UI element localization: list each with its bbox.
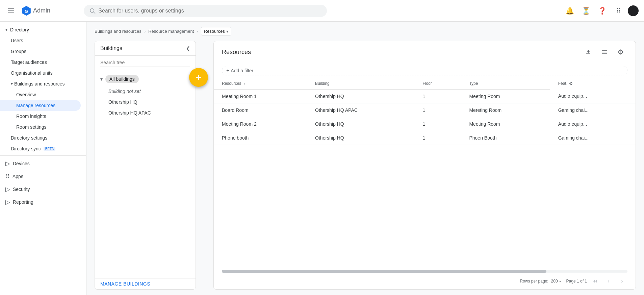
prev-page-button[interactable]: ‹ bbox=[603, 276, 614, 287]
cell-floor: 1 bbox=[414, 117, 461, 131]
breadcrumb-resource-management[interactable]: Resource management bbox=[148, 29, 194, 34]
table-row[interactable]: Meeting Room 2 Othership HQ 1 Meeting Ro… bbox=[214, 117, 636, 131]
search-input[interactable] bbox=[98, 8, 321, 14]
othership-hq-item[interactable]: Othership HQ bbox=[95, 97, 196, 107]
breadcrumb-sep-2: › bbox=[197, 29, 198, 34]
apps-icon[interactable]: ⠿ bbox=[612, 4, 625, 18]
sidebar-item-room-insights[interactable]: Room insights bbox=[0, 111, 86, 122]
all-buildings-item[interactable]: ▾ All buildings bbox=[95, 72, 196, 86]
notification-icon[interactable]: 🔔 bbox=[563, 4, 576, 18]
buildings-search bbox=[95, 56, 196, 70]
chevron-down-icon: ▾ bbox=[559, 279, 561, 283]
sidebar-item-label: Reporting bbox=[13, 199, 33, 205]
topbar-icons: 🔔 ⏳ ❓ ⠿ bbox=[563, 4, 639, 18]
resources-table: Resources ↑ Building Floor bbox=[214, 78, 636, 270]
table-row[interactable]: Meeting Room 1 Othership HQ 1 Meeting Ro… bbox=[214, 89, 636, 103]
breadcrumb-buildings[interactable]: Buildings and resources bbox=[95, 29, 141, 34]
sidebar-item-overview[interactable]: Overview bbox=[0, 89, 86, 100]
horizontal-scrollbar[interactable] bbox=[222, 270, 627, 273]
hourglass-icon[interactable]: ⏳ bbox=[579, 4, 593, 18]
resources-panel: Resources bbox=[213, 41, 636, 290]
cell-floor: 1 bbox=[414, 103, 461, 117]
columns-icon bbox=[601, 49, 608, 55]
add-filter-label: Add a filter bbox=[231, 68, 253, 73]
sidebar-item-label: Security bbox=[13, 187, 30, 192]
sidebar-item-groups[interactable]: Groups bbox=[0, 46, 86, 57]
gear-icon[interactable]: ⚙ bbox=[569, 81, 573, 86]
next-page-button[interactable]: › bbox=[617, 276, 627, 287]
breadcrumb: Buildings and resources › Resource manag… bbox=[86, 22, 644, 35]
manage-buildings-button[interactable]: MANAGE BUILDINGS bbox=[100, 281, 150, 287]
all-buildings-badge: All buildings bbox=[105, 75, 139, 83]
cell-features: Gaming chai... bbox=[550, 103, 636, 117]
col-building[interactable]: Building bbox=[307, 78, 414, 89]
menu-icon[interactable] bbox=[5, 6, 17, 16]
layout: ▾ Directory Users Groups Target audience… bbox=[0, 22, 644, 295]
settings-column-icon[interactable]: ⚙ bbox=[614, 45, 627, 59]
cell-building: Othership HQ APAC bbox=[307, 103, 414, 117]
page-nav: Page 1 of 1 ⏮ ‹ › bbox=[566, 276, 627, 287]
avatar[interactable] bbox=[628, 5, 639, 16]
breadcrumb-current[interactable]: Resources ▾ bbox=[201, 27, 231, 35]
col-floor[interactable]: Floor bbox=[414, 78, 461, 89]
building-not-set-item[interactable]: Building not set bbox=[95, 86, 196, 97]
first-page-button[interactable]: ⏮ bbox=[590, 276, 600, 287]
sidebar-item-room-settings[interactable]: Room settings bbox=[0, 122, 86, 132]
table-row[interactable]: Phone booth Othership HQ 1 Phoen Booth G… bbox=[214, 131, 636, 145]
resources-title: Resources bbox=[222, 49, 251, 56]
google-logo: G Admin bbox=[21, 5, 50, 16]
cell-features: Audio equip... bbox=[550, 89, 636, 103]
sidebar-item-directory-sync[interactable]: Directory sync BETA bbox=[0, 143, 86, 154]
admin-label: Admin bbox=[33, 7, 50, 14]
sidebar-item-directory-settings[interactable]: Directory settings bbox=[0, 132, 86, 143]
sidebar-item-organisational-units[interactable]: Organisational units bbox=[0, 68, 86, 78]
chevron-down-icon: ▾ bbox=[11, 81, 13, 86]
col-features[interactable]: Feat. ⚙ bbox=[550, 78, 636, 89]
sidebar-item-apps[interactable]: ⠿ Apps bbox=[0, 170, 86, 183]
add-resource-button[interactable]: + bbox=[189, 68, 208, 87]
buildings-title: Buildings bbox=[100, 45, 122, 51]
cell-resources: Board Room bbox=[214, 103, 307, 117]
sidebar-directory-header[interactable]: ▾ Directory bbox=[0, 24, 86, 35]
search-bar[interactable] bbox=[84, 5, 327, 17]
columns-button[interactable] bbox=[598, 45, 611, 59]
sidebar-item-reporting[interactable]: ▷ Reporting bbox=[0, 196, 86, 208]
table-header-row: Resources ↑ Building Floor bbox=[214, 78, 636, 89]
sidebar-item-target-audiences[interactable]: Target audiences bbox=[0, 57, 86, 68]
table-body: Meeting Room 1 Othership HQ 1 Meeting Ro… bbox=[214, 89, 636, 145]
buildings-search-input[interactable] bbox=[100, 58, 190, 67]
cell-type: Meeting Room bbox=[461, 89, 550, 103]
chart-icon: ▷ bbox=[5, 198, 10, 206]
sidebar-item-label: Directory bbox=[10, 27, 29, 32]
download-button[interactable] bbox=[582, 45, 595, 59]
resources-actions: ⚙ bbox=[582, 45, 627, 59]
beta-badge: BETA bbox=[44, 147, 55, 151]
sidebar-item-users[interactable]: Users bbox=[0, 35, 86, 46]
svg-text:G: G bbox=[25, 8, 28, 14]
rows-per-page-label: Rows per page: bbox=[520, 279, 548, 284]
col-resources[interactable]: Resources ↑ bbox=[214, 78, 307, 89]
sidebar-item-manage-resources[interactable]: Manage resources bbox=[0, 100, 81, 111]
table-header: Resources ↑ Building Floor bbox=[214, 78, 636, 89]
add-filter-button[interactable]: + Add a filter bbox=[222, 66, 627, 75]
othership-hq-apac-item[interactable]: Othership HQ APAC bbox=[95, 107, 196, 118]
resources-data-table: Resources ↑ Building Floor bbox=[214, 78, 636, 145]
svg-rect-5 bbox=[602, 52, 607, 52]
cell-resources: Phone booth bbox=[214, 131, 307, 145]
table-row[interactable]: Board Room Othership HQ APAC 1 Mereting … bbox=[214, 103, 636, 117]
resources-header: Resources bbox=[214, 41, 636, 63]
tree-expand-icon: ▾ bbox=[100, 76, 103, 82]
sidebar-item-devices[interactable]: ▷ Devices bbox=[0, 157, 86, 170]
col-type[interactable]: Type bbox=[461, 78, 550, 89]
content-area: Buildings ❮ ▾ All buildings Building not… bbox=[86, 35, 644, 295]
breadcrumb-current-label: Resources bbox=[204, 29, 225, 34]
sidebar-item-buildings-and-resources[interactable]: ▾ Buildings and resources bbox=[0, 78, 86, 89]
filter-bar: + Add a filter bbox=[214, 63, 636, 78]
rows-per-page-select[interactable]: 200 ▾ bbox=[551, 279, 561, 284]
sidebar-item-security[interactable]: ▷ Security bbox=[0, 183, 86, 196]
rows-value: 200 bbox=[551, 279, 558, 284]
help-icon[interactable]: ❓ bbox=[595, 4, 609, 18]
topbar: G Admin 🔔 ⏳ ❓ ⠿ bbox=[0, 0, 644, 22]
scrollbar-thumb[interactable] bbox=[222, 270, 546, 273]
cell-features: Gaming chai... bbox=[550, 131, 636, 145]
